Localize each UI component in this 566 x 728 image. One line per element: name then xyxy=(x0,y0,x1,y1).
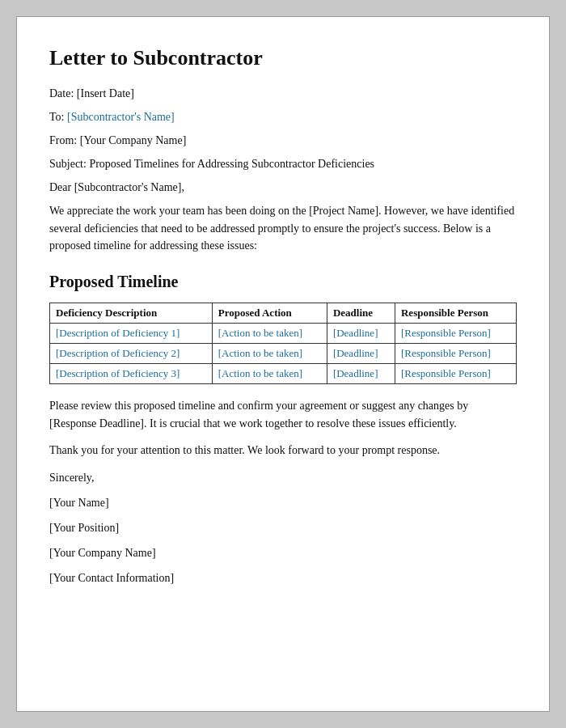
subject-line: Subject: Proposed Timelines for Addressi… xyxy=(49,155,517,172)
table-cell-r2-c1: [Action to be taken] xyxy=(212,364,327,384)
to-line: To: [Subcontractor's Name] xyxy=(49,108,517,125)
table-cell-r2-c0: [Description of Deficiency 3] xyxy=(50,364,213,384)
subject-value: Proposed Timelines for Addressing Subcon… xyxy=(89,158,374,170)
col-header-action: Proposed Action xyxy=(212,303,327,324)
col-header-deadline: Deadline xyxy=(327,303,395,324)
signer-contact: [Your Contact Information] xyxy=(49,569,517,586)
body-paragraph-3: Thank you for your attention to this mat… xyxy=(49,442,517,459)
date-label: Date: xyxy=(49,87,77,99)
sincerely-line: Sincerely, xyxy=(49,469,517,486)
section-heading-timeline: Proposed Timeline xyxy=(49,273,517,291)
table-cell-r0-c3: [Responsible Person] xyxy=(395,324,516,344)
from-line: From: [Your Company Name] xyxy=(49,132,517,149)
body-paragraph-2: Please review this proposed timeline and… xyxy=(49,397,517,432)
table-row: [Description of Deficiency 3][Action to … xyxy=(50,364,517,384)
subject-label: Subject: xyxy=(49,158,89,170)
table-cell-r2-c3: [Responsible Person] xyxy=(395,364,516,384)
body-paragraph-1: We appreciate the work your team has bee… xyxy=(49,202,517,255)
to-label: To: xyxy=(49,111,67,123)
dear-line: Dear [Subcontractor's Name], xyxy=(49,179,517,196)
signer-position: [Your Position] xyxy=(49,519,517,536)
table-cell-r0-c1: [Action to be taken] xyxy=(212,324,327,344)
date-value: [Insert Date] xyxy=(77,87,134,99)
signer-name: [Your Name] xyxy=(49,494,517,511)
table-cell-r0-c0: [Description of Deficiency 1] xyxy=(50,324,213,344)
date-line: Date: [Insert Date] xyxy=(49,85,517,102)
col-header-deficiency: Deficiency Description xyxy=(50,303,213,324)
table-cell-r1-c3: [Responsible Person] xyxy=(395,344,516,364)
table-cell-r2-c2: [Deadline] xyxy=(327,364,395,384)
dear-label: Dear xyxy=(49,181,74,193)
dear-value: [Subcontractor's Name], xyxy=(74,181,184,193)
table-cell-r0-c2: [Deadline] xyxy=(327,324,395,344)
table-header-row: Deficiency Description Proposed Action D… xyxy=(50,303,517,324)
table-row: [Description of Deficiency 2][Action to … xyxy=(50,344,517,364)
document-page: Letter to Subcontractor Date: [Insert Da… xyxy=(16,16,550,712)
page-title: Letter to Subcontractor xyxy=(49,46,517,70)
signer-company: [Your Company Name] xyxy=(49,544,517,561)
col-header-responsible: Responsible Person xyxy=(395,303,516,324)
signature-block: Sincerely, [Your Name] [Your Position] [… xyxy=(49,469,517,586)
from-label: From: xyxy=(49,134,80,146)
to-value: [Subcontractor's Name] xyxy=(67,111,175,123)
timeline-table: Deficiency Description Proposed Action D… xyxy=(49,303,517,384)
table-row: [Description of Deficiency 1][Action to … xyxy=(50,324,517,344)
table-cell-r1-c0: [Description of Deficiency 2] xyxy=(50,344,213,364)
from-value: [Your Company Name] xyxy=(80,134,187,146)
table-cell-r1-c2: [Deadline] xyxy=(327,344,395,364)
table-cell-r1-c1: [Action to be taken] xyxy=(212,344,327,364)
